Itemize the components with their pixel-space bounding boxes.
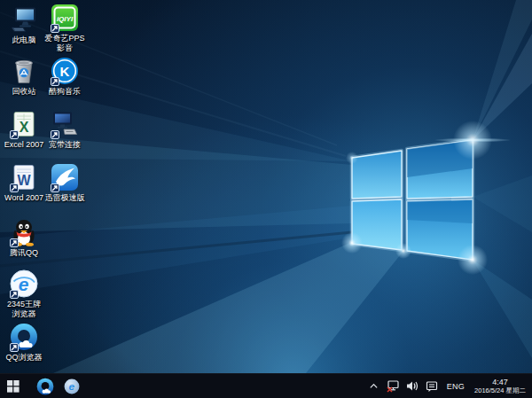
excel-icon: X [10,110,38,138]
clock-time: 4:47 [474,378,526,386]
shortcut-arrow-icon [51,183,59,192]
desktop-icon-broadband-connection[interactable]: 宽带连接 [44,110,85,150]
icon-label: 此电脑 [12,35,36,45]
taskbar-clock[interactable]: 4:47 2016/5/24 星期二 [473,378,528,395]
chevron-up-icon [369,381,379,391]
kugou-k-letter: K [60,64,70,79]
2345-browser-icon: e [64,378,80,394]
iqiyi-logo-text: iQIYI [57,15,74,23]
qq-browser-icon [10,323,38,351]
xunlei-icon [51,163,79,191]
excel-x-letter: X [20,120,29,135]
network-disconnected-icon [387,380,400,393]
shortcut-arrow-icon [51,130,59,139]
desktop-icon-2345-browser[interactable]: e 2345王牌浏览器 [4,269,44,319]
desktop-icon-word-2007[interactable]: W Word 2007 [4,163,44,203]
desktop-icon-tencent-qq[interactable]: 腾讯QQ [4,218,44,258]
tray-expand-chevron[interactable] [367,379,380,394]
action-center-icon [426,380,438,393]
shortcut-arrow-icon [10,290,19,299]
shortcut-arrow-icon [10,238,19,247]
shortcut-arrow-icon [51,24,59,33]
taskbar-button-qq-browser[interactable] [32,374,59,398]
windows-desktop: 此电脑 iQIYI 爱奇艺PPS 影音 [0,0,532,398]
desktop-icon-excel-2007[interactable]: X Excel 2007 [4,110,44,150]
windows-logo-icon [7,380,20,393]
2345-e-letter: e [19,274,29,294]
icon-label: 2345王牌浏览器 [4,300,44,319]
iqiyi-icon: iQIYI [51,4,79,32]
2345-e-letter: e [68,380,74,393]
shortcut-arrow-icon [51,77,59,86]
kugou-icon: K [51,57,79,85]
clock-date: 2016/5/24 星期二 [474,386,526,395]
tray-action-center[interactable] [426,379,439,394]
tray-volume[interactable] [406,379,419,394]
desktop-icon-kugou-music[interactable]: K 酷狗音乐 [44,57,85,97]
icon-label: 爱奇艺PPS 影音 [44,34,85,53]
desktop-icon-this-pc[interactable]: 此电脑 [4,5,44,45]
start-button[interactable] [0,374,27,398]
shortcut-arrow-icon [10,130,19,139]
language-indicator[interactable]: ENG [445,382,466,391]
recycle-bin-icon [10,57,38,85]
2345-browser-icon: e [10,269,38,298]
shortcut-arrow-icon [10,183,19,192]
word-w-letter: W [17,173,31,188]
speaker-icon [406,380,419,392]
system-tray: ENG 4:47 2016/5/24 星期二 [367,374,532,398]
desktop-icon-qq-browser[interactable]: QQ浏览器 [4,323,44,363]
desktop-icon-iqiyi-pps[interactable]: iQIYI 爱奇艺PPS 影音 [44,4,85,53]
broadband-icon [51,110,79,138]
taskbar-button-2345-browser[interactable]: e [59,374,85,398]
tray-network-status[interactable] [387,379,400,394]
taskbar: e [0,373,532,398]
desktop-icon-xunlei[interactable]: 迅雷极速版 [44,163,85,203]
shortcut-arrow-icon [10,343,19,352]
word-icon: W [10,163,38,191]
icon-label: 回收站 [12,87,36,97]
this-pc-icon [10,5,38,34]
desktop-icon-recycle-bin[interactable]: 回收站 [4,57,44,97]
qq-browser-icon [36,378,54,395]
qq-penguin-icon [10,218,38,246]
